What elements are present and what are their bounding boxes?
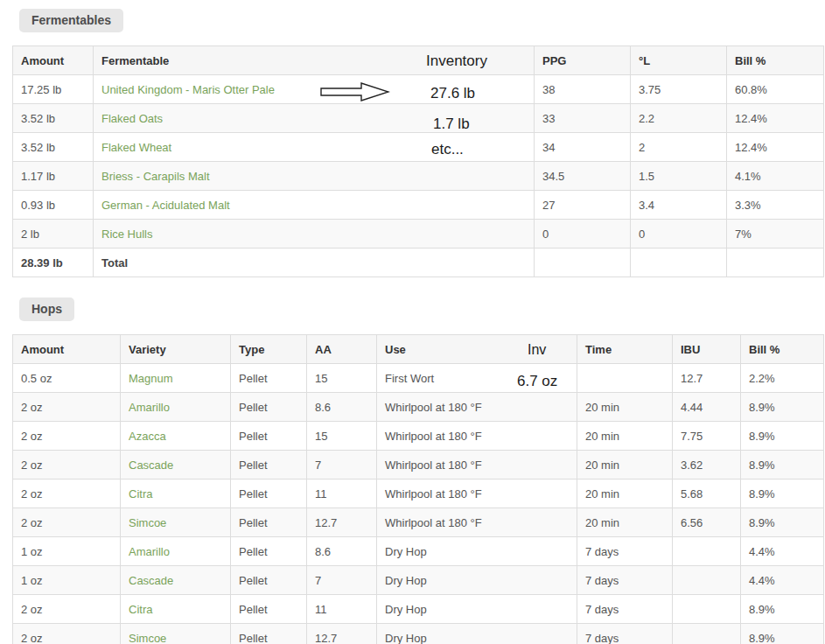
value-cell: 12.7 <box>307 508 377 537</box>
hop-variety-link[interactable]: Cascade <box>129 458 173 472</box>
table-row: 2 ozCitraPellet11Whirlpool at 180 °F20 m… <box>13 480 824 508</box>
value-cell: 3.3% <box>727 191 824 220</box>
value-cell: 3.4 <box>631 191 727 220</box>
ingredient-cell: Cascade <box>121 451 231 480</box>
hop-variety-link[interactable]: Citra <box>129 603 152 616</box>
ingredient-cell: Simcoe <box>121 624 231 644</box>
column-header-ibu: IBU <box>673 335 741 364</box>
table-row: 2 ozAzaccaPellet15Whirlpool at 180 °F20 … <box>13 422 824 451</box>
value-cell: 4.44 <box>673 393 741 422</box>
value-cell: 1 oz <box>13 566 121 595</box>
hop-variety-link[interactable]: Amarillo <box>129 401 170 414</box>
ingredient-cell: Flaked Wheat <box>94 133 535 162</box>
value-cell: 6.56 <box>673 508 741 537</box>
value-cell: Pellet <box>231 595 307 624</box>
value-cell: Pellet <box>231 566 307 595</box>
value-cell: 2.2 <box>631 104 727 133</box>
total-label: Total <box>94 248 535 277</box>
value-cell: Dry Hop <box>377 566 577 595</box>
ingredient-cell: Simcoe <box>121 508 231 537</box>
value-cell: 8.9% <box>741 624 824 644</box>
hops-section-button[interactable]: Hops <box>19 298 74 321</box>
empty-cell <box>673 537 741 566</box>
fermentables-section-button[interactable]: Fermentables <box>19 9 123 32</box>
table-row: 3.52 lbFlaked Oats332.212.4% <box>13 104 824 133</box>
fermentables-total-row: 28.39 lb Total <box>13 248 824 277</box>
value-cell: 20 min <box>577 393 673 422</box>
value-cell: 3.52 lb <box>13 133 94 162</box>
value-cell: 17.25 lb <box>13 75 94 104</box>
column-header-variety: Variety <box>121 335 231 364</box>
value-cell: 15 <box>307 422 377 451</box>
inventory-annotation-heading: Inventory <box>426 52 487 70</box>
column-header-amount: Amount <box>13 46 94 75</box>
fermentable-link[interactable]: Briess - Carapils Malt <box>101 170 210 183</box>
value-cell: 60.8% <box>727 75 824 104</box>
fermentable-link[interactable]: United Kingdom - Maris Otter Pale <box>101 83 275 96</box>
empty-cell <box>673 566 741 595</box>
column-header-bill: Bill % <box>741 335 824 364</box>
table-row: 3.52 lbFlaked Wheat34212.4% <box>13 133 824 162</box>
column-header-time: Time <box>577 335 673 364</box>
value-cell: 4.4% <box>741 537 824 566</box>
value-cell: Pellet <box>231 537 307 566</box>
fermentables-table: AmountFermentablePPG°LBill % 17.25 lbUni… <box>12 46 824 277</box>
hop-variety-link[interactable]: Amarillo <box>129 545 170 558</box>
value-cell: 38 <box>535 75 631 104</box>
hop-variety-link[interactable]: Cascade <box>129 574 173 587</box>
value-cell: 8.9% <box>741 451 824 480</box>
value-cell: 0 <box>535 220 631 248</box>
recipe-page: Fermentables AmountFermentablePPG°LBill … <box>0 0 825 644</box>
fermentables-header-row: AmountFermentablePPG°LBill % <box>13 46 824 75</box>
hop-variety-link[interactable]: Simcoe <box>129 516 166 529</box>
hop-variety-link[interactable]: Citra <box>129 487 152 500</box>
right-block-arrow-icon <box>320 81 390 102</box>
empty-cell <box>673 624 741 644</box>
table-row: 1.17 lbBriess - Carapils Malt34.51.54.1% <box>13 162 824 191</box>
hop-variety-link[interactable]: Magnum <box>129 372 173 385</box>
hop-variety-link[interactable]: Simcoe <box>129 632 166 644</box>
fermentable-link[interactable]: Flaked Wheat <box>101 141 171 154</box>
value-cell: 34.5 <box>535 162 631 191</box>
value-cell: Dry Hop <box>377 624 577 644</box>
value-cell: 8.9% <box>741 595 824 624</box>
value-cell: 12.4% <box>727 133 824 162</box>
value-cell: Dry Hop <box>377 537 577 566</box>
table-row: 2 lbRice Hulls007% <box>13 220 824 248</box>
value-cell: 12.4% <box>727 104 824 133</box>
inventory-annotation-value: etc... <box>431 141 464 158</box>
value-cell: 20 min <box>577 451 673 480</box>
ingredient-cell: Briess - Carapils Malt <box>94 162 535 191</box>
value-cell: 7% <box>727 220 824 248</box>
value-cell: 20 min <box>577 508 673 537</box>
ingredient-cell: Amarillo <box>121 537 231 566</box>
table-row: 2 ozSimcoePellet12.7Whirlpool at 180 °F2… <box>13 508 824 537</box>
fermentable-link[interactable]: Rice Hulls <box>101 228 153 241</box>
value-cell: 8.6 <box>307 393 377 422</box>
value-cell: 8.9% <box>741 508 824 537</box>
table-row: 17.25 lbUnited Kingdom - Maris Otter Pal… <box>13 75 824 104</box>
value-cell: 20 min <box>577 480 673 508</box>
value-cell: Whirlpool at 180 °F <box>377 451 577 480</box>
empty-cell <box>727 248 824 277</box>
table-row: 2 ozCitraPellet11Dry Hop7 days8.9% <box>13 595 824 624</box>
value-cell: 0.5 oz <box>13 364 121 393</box>
value-cell: 1 oz <box>13 537 121 566</box>
value-cell: 2 oz <box>13 451 121 480</box>
fermentable-link[interactable]: German - Acidulated Malt <box>101 199 230 212</box>
value-cell: 12.7 <box>673 364 741 393</box>
value-cell: 11 <box>307 595 377 624</box>
table-row: 1 ozAmarilloPellet8.6Dry Hop7 days4.4% <box>13 537 824 566</box>
value-cell: 0.93 lb <box>13 191 94 220</box>
fermentable-link[interactable]: Flaked Oats <box>101 112 163 125</box>
hop-variety-link[interactable]: Azacca <box>129 430 166 443</box>
ingredient-cell: Citra <box>121 595 231 624</box>
value-cell: 7 days <box>577 595 673 624</box>
value-cell: 3.62 <box>673 451 741 480</box>
value-cell: Pellet <box>231 624 307 644</box>
value-cell: 2.2% <box>741 364 824 393</box>
hops-header-row: AmountVarietyTypeAAUseTimeIBUBill % <box>13 335 824 364</box>
value-cell: 2 oz <box>13 422 121 451</box>
value-cell: Whirlpool at 180 °F <box>377 393 577 422</box>
value-cell: Pellet <box>231 364 307 393</box>
